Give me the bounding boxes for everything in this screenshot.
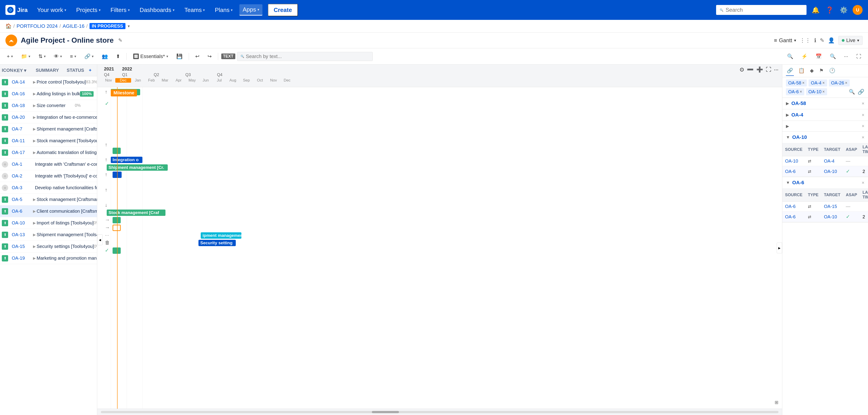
- nav-plans[interactable]: Plans▾: [212, 5, 236, 15]
- gantt-search-box[interactable]: 🔍: [237, 52, 373, 61]
- task-key[interactable]: OA-6: [12, 209, 22, 214]
- table-row[interactable]: ⬆ OA-16 ▶ Adding listings in bulk 100%: [0, 88, 97, 100]
- dep-group-oa4-header[interactable]: ▶ OA-4 ×: [782, 109, 868, 120]
- task-key[interactable]: OA-16: [12, 91, 25, 96]
- share-icon[interactable]: ⋮⋮: [800, 37, 811, 43]
- fullscreen-button[interactable]: ⛶: [853, 52, 864, 61]
- shipment-bar[interactable]: Shipment management [Cr.: [107, 164, 168, 171]
- task-key[interactable]: OA-11: [12, 138, 25, 143]
- oa18-bar[interactable]: [113, 148, 121, 154]
- tag-oa4-remove[interactable]: ×: [822, 80, 825, 85]
- app-logo[interactable]: Jira: [5, 5, 28, 15]
- task-key[interactable]: OA-17: [12, 150, 25, 155]
- dep-group-oa6-header[interactable]: ▼ OA-6 ×: [782, 177, 868, 188]
- status-chevron[interactable]: ▾: [128, 24, 130, 29]
- rp-tab-link[interactable]: 🔗: [786, 66, 794, 76]
- task-key[interactable]: OA-3: [12, 185, 22, 190]
- search-input[interactable]: [725, 7, 803, 13]
- table-row[interactable]: ⬆ OA-20 ▶ Integration of two e-commerce …: [0, 111, 97, 123]
- collapse-left-arrow[interactable]: ◀: [97, 234, 103, 245]
- arrow-right-2[interactable]: →: [105, 224, 110, 231]
- info-icon[interactable]: ℹ: [814, 37, 816, 43]
- nav-teams[interactable]: Teams▾: [181, 5, 208, 15]
- calendar-button[interactable]: 📅: [812, 52, 825, 61]
- nav-apps[interactable]: Apps▾: [239, 4, 262, 15]
- dep-target-link-4[interactable]: OA-10: [824, 214, 837, 219]
- table-row[interactable]: ⬆ OA-18 ▶ Size converter 0%: [0, 100, 97, 111]
- scrollbar-thumb[interactable]: [372, 411, 399, 413]
- table-row[interactable]: ⬆ OA-13 ▶ Shipment management [Tools4y..…: [0, 229, 97, 241]
- table-row[interactable]: ⬆ OA-15 ▶ Security settings [Tools4you] …: [0, 241, 97, 252]
- redo-button[interactable]: ↪: [204, 52, 215, 61]
- tag-oa6[interactable]: OA-6 ×: [786, 88, 804, 95]
- tag-oa6-remove[interactable]: ×: [800, 90, 802, 94]
- add-button[interactable]: + ▾: [4, 52, 16, 61]
- gantt-zoom-out[interactable]: ➖: [747, 66, 754, 73]
- gantt-scrollbar[interactable]: [97, 409, 782, 415]
- zoom-out-button[interactable]: 🔍: [784, 52, 796, 61]
- nav-projects[interactable]: Projects▾: [73, 5, 104, 15]
- table-row[interactable]: ○ OA-3 Develop native functionalities fo…: [0, 182, 97, 194]
- collapse-right-arrow[interactable]: ▶: [777, 242, 782, 253]
- breadcrumb-portfolio[interactable]: PORTFOLIO 2024: [17, 23, 58, 29]
- dep-source-link-3[interactable]: OA-6: [785, 204, 796, 209]
- gantt-expand-icon[interactable]: ⛶: [766, 66, 771, 73]
- status-badge[interactable]: IN PROGRESS: [90, 23, 125, 29]
- tag-oa10-remove[interactable]: ×: [822, 90, 825, 94]
- view-button[interactable]: 👁 ▾: [51, 52, 65, 61]
- scroll-down-1[interactable]: ↓: [105, 202, 107, 208]
- task-key[interactable]: OA-14: [12, 79, 25, 84]
- dep-group-oa4-remove[interactable]: ×: [862, 112, 864, 118]
- task-key[interactable]: OA-1: [12, 162, 22, 167]
- person-icon[interactable]: 👤: [828, 37, 835, 43]
- dep-target-link-2[interactable]: OA-10: [824, 169, 837, 174]
- task-key[interactable]: OA-2: [12, 173, 22, 178]
- gantt-more-icon[interactable]: ···: [774, 66, 778, 73]
- task-key[interactable]: OA-20: [12, 115, 25, 120]
- shipment-tools-bar[interactable]: ipment management: [201, 232, 241, 239]
- dep-group-unknown-remove[interactable]: ×: [862, 124, 864, 129]
- oa6-selected-bar[interactable]: [113, 224, 121, 231]
- table-row[interactable]: ○ OA-1 Integrate with 'Craftsman' e-com.…: [0, 159, 97, 170]
- tag-oa58-remove[interactable]: ×: [802, 80, 805, 85]
- live-badge[interactable]: Live ▾: [838, 36, 863, 45]
- nav-filters[interactable]: Filters▾: [107, 5, 133, 15]
- scroll-up-3[interactable]: ↑: [105, 157, 107, 163]
- create-button[interactable]: Create: [268, 4, 298, 16]
- user-avatar[interactable]: U: [852, 5, 863, 15]
- security-setting-bar[interactable]: Security setting: [198, 240, 236, 246]
- rp-tab-history[interactable]: 🕐: [828, 66, 836, 76]
- task-key[interactable]: OA-5: [12, 197, 22, 202]
- rp-tab-flag[interactable]: ⚑: [818, 66, 825, 76]
- add-col-button[interactable]: +: [89, 68, 95, 73]
- stock-mgmt-bar[interactable]: Stock management [Craf: [107, 210, 165, 216]
- scroll-up-4[interactable]: ↑: [105, 172, 107, 177]
- task-key[interactable]: OA-19: [12, 255, 25, 261]
- scroll-up-5[interactable]: ↑: [105, 187, 107, 193]
- search-right-button[interactable]: 🔍: [827, 52, 839, 61]
- tag-oa58[interactable]: OA-58 ×: [786, 79, 807, 87]
- rp-search-icon[interactable]: 🔍: [849, 89, 855, 95]
- rp-link-icon[interactable]: 🔗: [858, 89, 864, 95]
- task-key[interactable]: OA-15: [12, 244, 25, 249]
- layout-button[interactable]: ≡ ▾: [67, 52, 79, 61]
- scrollbar-track[interactable]: [101, 411, 778, 413]
- task-key[interactable]: OA-18: [12, 103, 25, 108]
- nav-dashboards[interactable]: Dashboards▾: [136, 5, 178, 15]
- task-key[interactable]: OA-13: [12, 232, 25, 237]
- arrow-right-1[interactable]: →: [105, 217, 110, 223]
- task-key[interactable]: OA-7: [12, 127, 22, 131]
- table-row[interactable]: ⬆ OA-10 ▶ Import of listings [Tools4you]…: [0, 217, 97, 229]
- flash-button[interactable]: ⚡: [798, 52, 811, 61]
- essentials-button[interactable]: 🔲 Essentials* ▾: [130, 52, 171, 61]
- more-button[interactable]: ···: [841, 52, 851, 61]
- sort-button[interactable]: ⇅ ▾: [35, 52, 49, 61]
- breadcrumb-home[interactable]: 🏠: [5, 23, 11, 29]
- tag-oa4[interactable]: OA-4 ×: [809, 79, 827, 87]
- dep-group-oa10-header[interactable]: ▼ OA-10 ×: [782, 132, 868, 143]
- tag-oa26[interactable]: OA-26 ×: [829, 79, 850, 87]
- folder-button[interactable]: 📁 ▾: [18, 52, 33, 61]
- team-button[interactable]: 👥: [98, 52, 111, 61]
- pen-icon[interactable]: ✎: [820, 37, 825, 43]
- settings-icon[interactable]: ⚙️: [839, 5, 848, 15]
